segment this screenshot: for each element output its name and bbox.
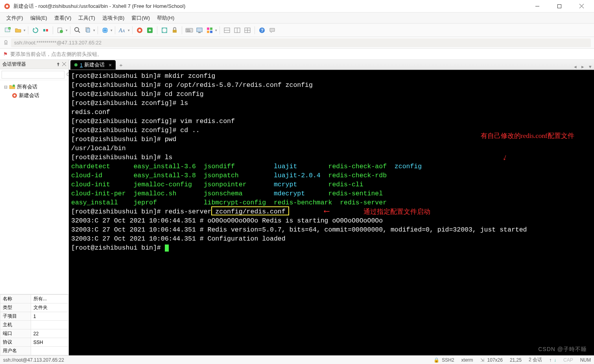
statusbar: ssh://root@47.113.207.65:22 🔒SSH2 xterm …: [0, 355, 594, 364]
svg-rect-34: [207, 28, 209, 30]
svg-rect-16: [87, 28, 90, 32]
terminal[interactable]: [root@zishibushui bin]# mkdir zconfig[ro…: [69, 70, 594, 355]
svg-rect-35: [210, 28, 212, 30]
status-proto: 🔒SSH2: [434, 357, 454, 363]
svg-line-14: [78, 31, 80, 33]
main-area: 1 新建会话 × ＋ ◂ ▸ ▾ [root@zishibushui bin]#…: [69, 60, 594, 355]
properties-panel: 名称所有... 类型文件夹 子项目1 主机 端口22 协议SSH 用户名: [0, 294, 68, 355]
svg-text:?: ?: [261, 28, 264, 33]
close-button[interactable]: [576, 1, 587, 12]
svg-rect-26: [173, 30, 177, 33]
tree-child-label: 新建会话: [19, 92, 39, 99]
tab-menu-icon[interactable]: ▾: [587, 64, 594, 70]
svg-text:A: A: [122, 29, 125, 33]
minimize-button[interactable]: [532, 1, 543, 12]
keyboard-icon[interactable]: [184, 26, 194, 35]
svg-rect-33: [198, 32, 201, 33]
menu-window[interactable]: 窗口(W): [128, 13, 153, 23]
collapse-icon[interactable]: ⊟: [4, 85, 7, 90]
menu-view[interactable]: 查看(V): [51, 13, 74, 23]
lock-small-icon: [3, 40, 9, 46]
tab-strip: 1 新建会话 × ＋ ◂ ▸ ▾: [69, 60, 594, 70]
svg-rect-3: [558, 4, 561, 8]
annotation-text-1: 有自己修改的redis.conf配置文件: [481, 131, 591, 141]
tab-nav-left-icon[interactable]: ◂: [572, 64, 579, 70]
app-icon: [4, 3, 10, 9]
status-path: ssh://root@47.113.207.65:22: [3, 357, 64, 363]
menu-file[interactable]: 文件(F): [3, 13, 26, 23]
svg-point-52: [13, 85, 15, 87]
tab-active[interactable]: 1 新建会话 ×: [70, 60, 116, 70]
tab-label: 新建会话: [84, 61, 105, 68]
status-size: ⇲107x26: [480, 357, 503, 363]
svg-rect-27: [186, 28, 193, 32]
lock-icon[interactable]: [170, 26, 179, 35]
svg-point-1: [6, 5, 8, 7]
help-icon[interactable]: ?: [257, 26, 267, 35]
monitor-icon[interactable]: [195, 26, 204, 35]
status-cap: CAP: [563, 357, 573, 363]
search-icon[interactable]: [73, 26, 82, 35]
grid-icon[interactable]: [205, 26, 214, 35]
profile-icon[interactable]: [55, 26, 65, 35]
disconnect-icon[interactable]: [41, 26, 50, 35]
status-sessions: 2 会话: [529, 357, 542, 363]
prop-row: 类型文件夹: [0, 303, 68, 312]
pin-icon[interactable]: [56, 62, 61, 67]
svg-rect-28: [186, 29, 187, 30]
xftp-icon[interactable]: [145, 26, 155, 35]
search-input[interactable]: [2, 71, 65, 79]
prop-row: 协议SSH: [0, 338, 68, 347]
sidebar: 会话管理器 ⊟ 所有会话 新建会话 名称所有... 类型文件夹: [0, 60, 69, 355]
status-cursor: 21,25: [510, 357, 522, 363]
reconnect-icon[interactable]: [31, 26, 40, 35]
svg-point-12: [60, 30, 63, 33]
menu-tools[interactable]: 工具(T): [75, 13, 98, 23]
tree-child[interactable]: 新建会话: [2, 91, 67, 100]
close-panel-icon[interactable]: [62, 62, 66, 67]
prop-row: 用户名: [0, 347, 68, 355]
split-h-icon[interactable]: [222, 26, 232, 35]
split-grid-icon[interactable]: [243, 26, 252, 35]
address-field[interactable]: ssh://root:**********@47.113.207.65:22: [11, 39, 591, 47]
address-bar: ssh://root:**********@47.113.207.65:22: [0, 37, 594, 49]
session-tree: ⊟ 所有会话 新建会话: [0, 80, 68, 294]
chat-icon[interactable]: [267, 26, 277, 35]
open-folder-icon[interactable]: [13, 26, 23, 35]
prop-row: 主机: [0, 321, 68, 329]
fullscreen-icon[interactable]: [160, 26, 169, 35]
xshell-icon[interactable]: [135, 26, 144, 35]
status-num: NUM: [580, 357, 591, 363]
tree-root-label: 所有会话: [17, 83, 37, 90]
prop-row: 端口22: [0, 329, 68, 338]
tab-nav-right-icon[interactable]: ▸: [579, 64, 587, 70]
svg-point-17: [102, 28, 108, 33]
add-tab-button[interactable]: ＋: [116, 61, 126, 70]
menu-edit[interactable]: 编辑(E): [27, 13, 50, 23]
watermark: CSDN @子時不睡: [538, 346, 587, 353]
annotation-arrow-2-icon: ⟵: [325, 207, 329, 216]
svg-rect-32: [197, 28, 202, 32]
svg-rect-30: [189, 29, 190, 30]
svg-point-54: [14, 95, 16, 97]
copy-icon[interactable]: [83, 26, 92, 35]
font-icon[interactable]: AA: [118, 26, 127, 35]
svg-text:A: A: [118, 28, 122, 33]
menu-help[interactable]: 帮助(H): [154, 13, 177, 23]
status-conn-icon: ↑↓: [549, 357, 556, 363]
tree-root[interactable]: ⊟ 所有会话: [2, 83, 67, 91]
sidebar-title: 会话管理器: [2, 61, 26, 68]
annotation-text-2: 通过指定配置文件启动: [363, 207, 430, 216]
new-session-icon[interactable]: +: [3, 26, 13, 35]
titlebar: 新建会话 - root@zishibushui:/usr/local/bin -…: [0, 0, 594, 13]
folder-icon: [9, 84, 15, 90]
svg-rect-37: [210, 31, 212, 33]
menu-tab[interactable]: 选项卡(B): [99, 13, 127, 23]
svg-rect-29: [188, 29, 188, 30]
svg-point-13: [75, 28, 79, 31]
maximize-button[interactable]: [554, 1, 565, 12]
tab-close-icon[interactable]: ×: [109, 62, 112, 68]
svg-rect-31: [186, 31, 190, 31]
split-v-icon[interactable]: [232, 26, 242, 35]
globe-icon[interactable]: [100, 26, 110, 35]
